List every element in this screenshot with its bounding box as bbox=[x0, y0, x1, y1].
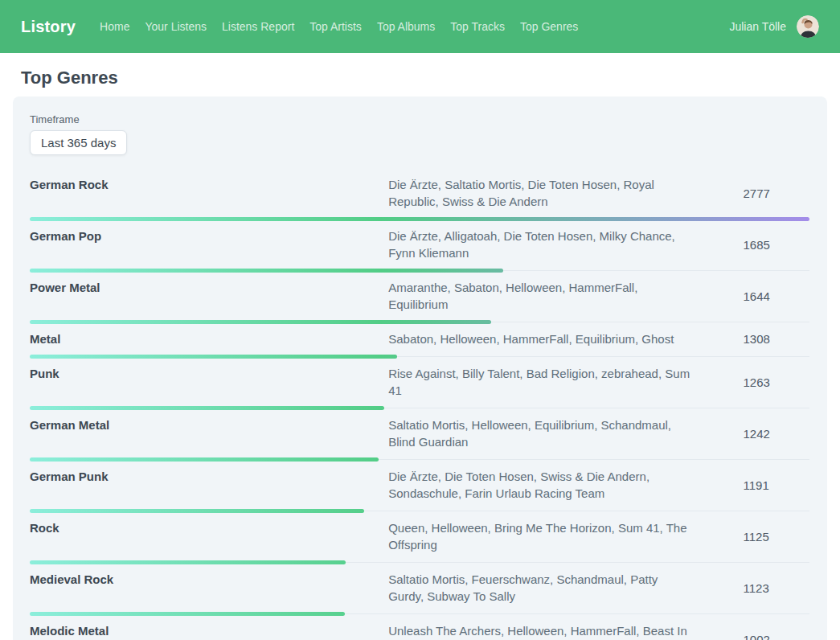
user-name: Julian Tölle bbox=[729, 20, 786, 33]
genre-row: Power Metal Amaranthe, Sabaton, Hellowee… bbox=[30, 271, 809, 322]
page-title: Top Genres bbox=[21, 68, 827, 88]
genre-count: 1123 bbox=[744, 571, 809, 605]
nav-item-your-listens[interactable]: Your Listens bbox=[145, 20, 207, 33]
user-menu[interactable]: Julian Tölle bbox=[729, 15, 819, 38]
nav-item-listens-report[interactable]: Listens Report bbox=[222, 20, 294, 33]
top-genres-card: Timeframe Last 365 days German Rock Die … bbox=[13, 96, 827, 640]
genre-count: 1191 bbox=[744, 468, 809, 502]
genre-count: 1242 bbox=[744, 416, 809, 450]
genre-name: Melodic Metal bbox=[30, 622, 388, 640]
genre-row: German Pop Die Ärzte, Alligatoah, Die To… bbox=[30, 219, 809, 271]
timeframe-select[interactable]: Last 365 days bbox=[30, 130, 127, 155]
genre-artists: Sabaton, Helloween, HammerFall, Equilibr… bbox=[388, 330, 743, 347]
genre-artists: Saltatio Mortis, Feuerschwanz, Schandmau… bbox=[388, 571, 743, 605]
genre-count: 1263 bbox=[744, 365, 809, 399]
genre-name: German Punk bbox=[30, 468, 388, 502]
genre-artists: Unleash The Archers, Helloween, HammerFa… bbox=[388, 622, 743, 640]
genre-count: 2777 bbox=[744, 176, 809, 210]
genre-artists: Rise Against, Billy Talent, Bad Religion… bbox=[388, 365, 743, 399]
nav-item-top-albums[interactable]: Top Albums bbox=[377, 20, 435, 33]
genre-artists: Die Ärzte, Saltatio Mortis, Die Toten Ho… bbox=[388, 176, 743, 210]
genre-count: 1644 bbox=[744, 279, 809, 313]
genre-row: German Punk Die Ärzte, Die Toten Hosen, … bbox=[30, 460, 809, 511]
genre-row: German Rock Die Ärzte, Saltatio Mortis, … bbox=[30, 168, 809, 219]
genre-row: Melodic Metal Unleash The Archers, Hello… bbox=[30, 614, 809, 640]
genre-artists: Die Ärzte, Alligatoah, Die Toten Hosen, … bbox=[388, 228, 743, 261]
brand-logo[interactable]: Listory bbox=[21, 18, 76, 36]
genres-table: German Rock Die Ärzte, Saltatio Mortis, … bbox=[30, 168, 809, 640]
nav-item-home[interactable]: Home bbox=[100, 20, 129, 33]
genre-name: Punk bbox=[30, 365, 388, 399]
genre-count: 1685 bbox=[744, 228, 809, 261]
genre-name: German Metal bbox=[30, 416, 388, 450]
user-avatar[interactable] bbox=[797, 15, 819, 38]
nav-item-top-tracks[interactable]: Top Tracks bbox=[450, 20, 505, 33]
nav-item-top-artists[interactable]: Top Artists bbox=[309, 20, 362, 33]
genre-count: 1308 bbox=[744, 330, 809, 347]
genre-artists: Amaranthe, Sabaton, Helloween, HammerFal… bbox=[388, 279, 743, 313]
genre-name: Power Metal bbox=[30, 279, 388, 313]
genre-artists: Queen, Helloween, Bring Me The Horizon, … bbox=[388, 519, 743, 553]
genre-name: Metal bbox=[30, 330, 388, 347]
genre-row: Rock Queen, Helloween, Bring Me The Hori… bbox=[30, 511, 809, 563]
nav-item-top-genres[interactable]: Top Genres bbox=[520, 20, 578, 33]
genre-row: German Metal Saltatio Mortis, Helloween,… bbox=[30, 408, 809, 460]
genre-row: Medieval Rock Saltatio Mortis, Feuerschw… bbox=[30, 563, 809, 614]
timeframe-label: Timeframe bbox=[30, 113, 809, 125]
genre-artists: Saltatio Mortis, Helloween, Equilibrium,… bbox=[388, 416, 743, 450]
genre-name: German Pop bbox=[30, 228, 388, 261]
nav-links: Home Your Listens Listens Report Top Art… bbox=[100, 20, 578, 33]
genre-name: Rock bbox=[30, 519, 388, 553]
genre-name: Medieval Rock bbox=[30, 571, 388, 605]
main-content: Top Genres Timeframe Last 365 days Germa… bbox=[0, 68, 840, 640]
genre-name: German Rock bbox=[30, 176, 388, 210]
genre-artists: Die Ärzte, Die Toten Hosen, Swiss & Die … bbox=[388, 468, 743, 502]
user-photo-icon bbox=[797, 15, 819, 38]
genre-row: Metal Sabaton, Helloween, HammerFall, Eq… bbox=[30, 322, 809, 357]
genre-row: Punk Rise Against, Billy Talent, Bad Rel… bbox=[30, 357, 809, 408]
genre-count: 1002 bbox=[744, 622, 809, 640]
navbar: Listory Home Your Listens Listens Report… bbox=[0, 0, 840, 53]
genre-count: 1125 bbox=[744, 519, 809, 553]
